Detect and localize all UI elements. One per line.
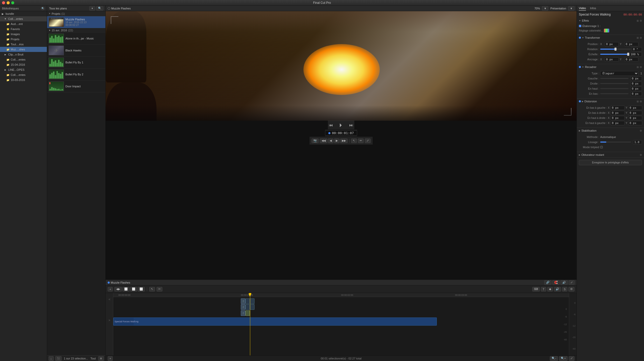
clip-item-bulletfly2[interactable]: Bullet Fly By 2: [47, 68, 105, 80]
fx-clip-2[interactable]: FX: [241, 304, 245, 310]
timeline-zoom-in[interactable]: ⌨: [532, 287, 540, 291]
droite-value[interactable]: [631, 81, 642, 86]
dist-bd-y[interactable]: [628, 111, 642, 115]
recadrer-header[interactable]: ▼ Recadrer ⊞ ⚙: [577, 64, 644, 70]
dist-bg-x[interactable]: [611, 106, 625, 110]
obturateur-header[interactable]: ▶ Obturateur roulant ⚙: [577, 152, 644, 158]
browser-search-btn[interactable]: 🔍: [96, 6, 103, 11]
clip-item-blackhawks[interactable]: ✈ Black Hawks: [47, 45, 105, 57]
fx-clip-3[interactable]: FX: [241, 310, 245, 316]
timeline-sync-btn[interactable]: 🔗: [544, 280, 551, 285]
echelle-value[interactable]: [629, 52, 642, 57]
timeline-skimmer[interactable]: S: [562, 287, 567, 291]
browser-projects-header[interactable]: ▼ Projets (1): [47, 11, 105, 16]
browser-sort-btn[interactable]: ▼: [89, 6, 95, 11]
play-pause-button[interactable]: ⏵: [338, 122, 344, 128]
gauche-slider[interactable]: [600, 78, 628, 79]
ancrage-y-input[interactable]: [624, 57, 638, 62]
sidebar-item-line-opes[interactable]: ▶ LINE...OPES: [0, 67, 47, 72]
color-picker-btn[interactable]: [604, 29, 609, 33]
sidebar-item-favoris[interactable]: ⭐ Favoris: [0, 26, 47, 32]
timeline-audio-role[interactable]: 🔊: [554, 287, 561, 291]
timeline-audio-btn[interactable]: 🔊: [561, 280, 568, 285]
go-to-end-button[interactable]: ⏭: [348, 122, 354, 128]
etalonnage-checkbox[interactable]: [579, 25, 581, 27]
stabilisation-header[interactable]: ▶ Stabilisation ⚙: [577, 128, 644, 133]
go-to-start-button[interactable]: ⏮: [328, 122, 334, 128]
sidebar-item-10-03[interactable]: 📁 10-03-2016: [0, 77, 47, 82]
sidebar-item-images[interactable]: 📁 Images: [0, 32, 47, 37]
date-group-15avr[interactable]: ▼ 15 avr. 2016 (22): [47, 28, 105, 33]
snapshot-btn[interactable]: 📷: [312, 138, 319, 143]
fx-clip-4[interactable]: [245, 298, 250, 304]
timeline-tool-add[interactable]: +: [108, 287, 113, 291]
enregistrer-btn[interactable]: Enregistrer le préréglage d'effets: [579, 160, 642, 165]
lissage-slider[interactable]: [600, 142, 631, 143]
distorsion-header[interactable]: ▶ Distorsion ⊞ ⚙: [577, 99, 644, 104]
inspector-tab-video[interactable]: Vidéo: [579, 6, 586, 11]
timeline-settings[interactable]: ⚙: [568, 287, 575, 291]
rotation-slider[interactable]: [600, 49, 631, 50]
add-to-timeline-btn[interactable]: ↓: [49, 356, 54, 361]
gauche-value[interactable]: [631, 76, 642, 81]
tool-1[interactable]: ◀◀: [320, 138, 327, 143]
timeline-clip-slip[interactable]: ⬜: [138, 287, 145, 291]
timeline-select-tool[interactable]: ↖: [149, 287, 155, 291]
timeline-razor-tool[interactable]: ✂: [157, 287, 162, 291]
maximize-button[interactable]: [11, 1, 14, 4]
fullscreen-btn[interactable]: ⤢: [365, 138, 371, 143]
sidebar-item-bundle[interactable]: ▶ bundle: [0, 11, 47, 16]
fx-clip-6[interactable]: [245, 310, 250, 316]
clip-item-doorimpact[interactable]: Door Impact: [47, 80, 105, 92]
fx-clip-5[interactable]: [245, 304, 250, 310]
dist-bg-y[interactable]: [628, 106, 642, 110]
timeline-undo[interactable]: T: [541, 287, 546, 291]
timeline-expand-btn[interactable]: ⤢: [569, 280, 575, 285]
sidebar-item-coll-entes3[interactable]: 📁 Coll....entes: [0, 72, 47, 77]
position-x-input[interactable]: [605, 42, 619, 46]
sidebar-item-coll-entes[interactable]: ▼ Coll....entes: [0, 16, 47, 21]
mode-trepied-checkbox[interactable]: [600, 146, 603, 148]
fx-clip-1[interactable]: FX: [241, 298, 245, 304]
type-select[interactable]: Élaguer: [600, 71, 638, 76]
timeline-clip-slide[interactable]: ⬜: [130, 287, 137, 291]
sidebar-item-muz-shes[interactable]: 📁 Muz....shes: [0, 47, 47, 52]
zoom-dropdown[interactable]: ▼: [542, 6, 548, 11]
dist-hd-y[interactable]: [628, 116, 642, 120]
edit-tool[interactable]: ✏: [358, 138, 364, 143]
sidebar-search[interactable]: 🔍: [41, 7, 45, 10]
echelle-slider[interactable]: [600, 54, 628, 55]
en-bas-slider[interactable]: [600, 93, 628, 94]
dist-hd-x[interactable]: [611, 116, 625, 120]
sidebar-item-15-04[interactable]: 📁 15-04-2016: [0, 62, 47, 67]
timeline-marker[interactable]: ◆: [547, 287, 553, 291]
effets-header[interactable]: ▼ Effets ⊞ ⚙: [577, 18, 644, 23]
dist-bd-x[interactable]: [611, 111, 625, 115]
fx-clip-8[interactable]: [250, 304, 255, 310]
position-y-input[interactable]: [624, 42, 638, 46]
timeline-clip-trim[interactable]: ◀▶: [114, 287, 122, 291]
en-haut-value[interactable]: [631, 87, 642, 91]
sidebar-item-clip-bruit[interactable]: ▶ Clip...n Bruit: [0, 52, 47, 57]
selection-tool[interactable]: ↖: [351, 138, 357, 143]
inspector-tab-infos[interactable]: Infos: [590, 6, 596, 11]
sidebar-item-coll-entes2[interactable]: 📁 Coll....entes: [0, 57, 47, 62]
tool-2[interactable]: ◀: [328, 138, 333, 143]
ancrage-x-input[interactable]: [605, 57, 619, 62]
close-button[interactable]: [2, 1, 5, 4]
en-bas-value[interactable]: [631, 92, 642, 96]
clip-item-muzzle-flashes[interactable]: Muzzle Flashes 18 avr. 2016 22:13 00:00:…: [47, 16, 105, 28]
dist-hg-x[interactable]: [611, 121, 625, 125]
lissage-value[interactable]: [633, 140, 642, 144]
minimize-button[interactable]: [7, 1, 10, 4]
main-audio-clip[interactable]: Special Forces Walking: [113, 317, 437, 326]
timeline-clip-roll[interactable]: ⬜: [122, 287, 130, 291]
timeline-add-track[interactable]: +: [108, 356, 113, 361]
timeline-snap-btn[interactable]: 🧲: [552, 280, 559, 285]
zoom-fit-btn[interactable]: ⤢: [569, 356, 575, 361]
rotation-value[interactable]: [632, 47, 642, 51]
tool-3[interactable]: ▶: [334, 138, 340, 143]
mark-btn[interactable]: ⬛: [55, 356, 62, 361]
clip-item-alone[interactable]: Alone in th...jar - Music: [47, 33, 105, 45]
fx-clip-7[interactable]: [250, 298, 255, 304]
